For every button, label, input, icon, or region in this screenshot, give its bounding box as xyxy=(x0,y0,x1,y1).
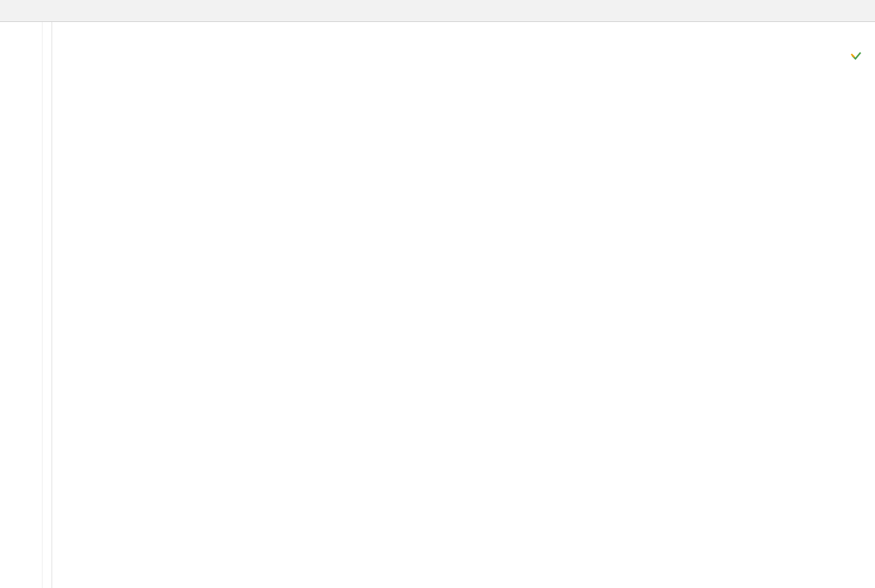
problems-indicator[interactable] xyxy=(850,49,865,64)
check-icon xyxy=(850,49,863,64)
editor-container xyxy=(0,0,875,588)
line-number-gutter xyxy=(0,22,43,588)
tab-bar xyxy=(0,0,875,22)
editor-body xyxy=(0,22,875,588)
code-area[interactable] xyxy=(52,22,875,588)
fold-bar xyxy=(43,22,52,588)
